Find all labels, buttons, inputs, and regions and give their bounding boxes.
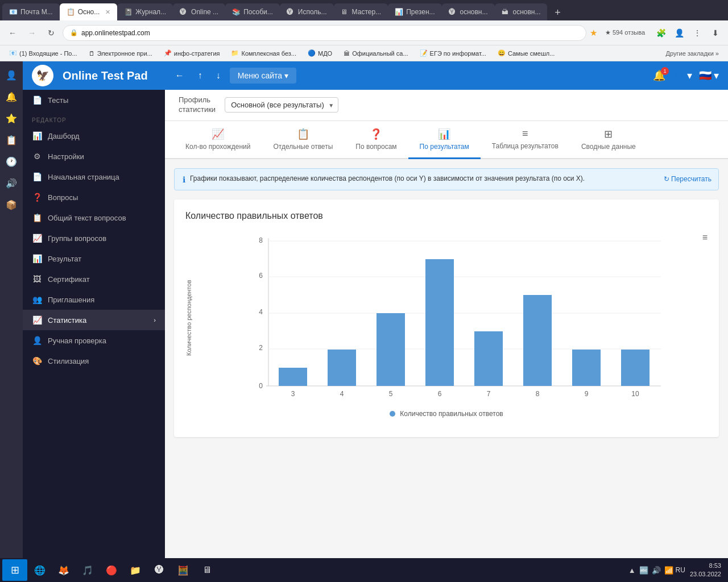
bookmarks-more-button[interactable]: Другие закладки »: [661, 49, 723, 58]
sidebar: 📄 Тесты РЕДАКТОР 📊 Дашборд ⚙ Настройки 📄: [23, 90, 165, 558]
tab-individual-answers[interactable]: 📋 Отдельные ответы: [262, 121, 345, 159]
statistics-icon: 📈: [32, 315, 42, 325]
chrome-bookmark-icon[interactable]: ⭐: [2, 109, 20, 127]
chrome-apps-icon[interactable]: 📦: [2, 196, 20, 214]
chrome-profile-icon[interactable]: 👤: [2, 66, 20, 84]
sidebar-item-certificate[interactable]: 🖼 Сертификат: [23, 269, 165, 289]
browser-tab-6[interactable]: 🅨 Исполь...: [280, 3, 334, 20]
bookmark-funny[interactable]: 😄 Самые смешл...: [493, 48, 559, 58]
sidebar-item-questions[interactable]: ❓ Вопросы: [23, 187, 165, 207]
taskbar-chrome[interactable]: 🎵: [76, 560, 99, 580]
browser-tab-8[interactable]: 📊 Презен...: [388, 3, 441, 20]
tray-lang[interactable]: 🔤: [639, 566, 648, 575]
tab-favicon-active: 📋: [67, 8, 75, 16]
taskbar-edge[interactable]: 🦊: [52, 560, 75, 580]
nav-up-button[interactable]: ↑: [193, 68, 207, 83]
chart-section: Количество правильных ответов ≡ Количест…: [174, 199, 719, 437]
tab-label-active: Осно...: [78, 8, 100, 16]
start-button[interactable]: ⊞: [2, 559, 27, 581]
nav-back-button[interactable]: ←: [171, 68, 189, 83]
browser-tab-mail[interactable]: 📧 Почта M...: [2, 3, 60, 20]
browser-tab-4[interactable]: 🅨 Online ...: [173, 3, 225, 20]
tray-up-icon[interactable]: ▲: [628, 566, 636, 575]
svg-text:9: 9: [585, 390, 589, 398]
taskbar-explorer[interactable]: 📁: [124, 560, 147, 580]
bookmark-info[interactable]: 📌 инфо-стратегия: [159, 48, 225, 58]
account-button[interactable]: 👤: [671, 25, 687, 41]
sidebar-item-text[interactable]: 📋 Общий текст вопросов: [23, 207, 165, 228]
sidebar-label-manual-check: Ручная проверка: [48, 336, 106, 345]
svg-text:10: 10: [631, 390, 639, 398]
url-bar[interactable]: 🔒 app.onlinetestpad.com: [63, 25, 586, 41]
chart-legend: Количество правильных ответов: [185, 410, 708, 418]
chrome-clock-icon[interactable]: 🕐: [2, 152, 20, 171]
extensions-button[interactable]: 🧩: [653, 25, 669, 41]
profile-select[interactable]: Основной (все результаты): [225, 97, 338, 113]
browser-tab-3[interactable]: 📓 Журнал...: [117, 3, 173, 20]
sidebar-label-groups: Группы вопросов: [48, 234, 106, 243]
chrome-volume-icon[interactable]: 🔊: [2, 174, 20, 192]
info-icon: ℹ: [183, 175, 185, 184]
tab-results-table[interactable]: ≡ Таблица результатов: [481, 121, 570, 159]
tab-count-passes[interactable]: 📈 Кол-во прохождений: [174, 121, 262, 159]
browser-tab-10[interactable]: 🏔 основн...: [495, 3, 548, 20]
bookmark-star-button[interactable]: ★: [590, 28, 597, 38]
reviews-button[interactable]: ★ 594 отзыва: [601, 27, 650, 38]
chrome-history-icon[interactable]: 📋: [2, 131, 20, 149]
sidebar-item-settings[interactable]: ⚙ Настройки: [23, 146, 165, 167]
sidebar-item-homepage[interactable]: 📄 Начальная страница: [23, 167, 165, 187]
sidebar-item-styling[interactable]: 🎨 Стилизация: [23, 351, 165, 371]
svg-text:7: 7: [487, 390, 491, 398]
sidebar-label-settings: Настройки: [48, 152, 84, 161]
refresh-button[interactable]: ↻: [43, 25, 59, 41]
download-button[interactable]: ⬇: [708, 25, 723, 41]
nav-down-button[interactable]: ↓: [212, 68, 225, 83]
bookmark-ege[interactable]: 📝 ЕГЭ по информат...: [415, 48, 491, 58]
sidebar-item-groups[interactable]: 📈 Группы вопросов: [23, 228, 165, 248]
browser-tab-7[interactable]: 🖥 Мастер...: [334, 3, 388, 20]
notification-bell[interactable]: 🔔 1: [653, 69, 665, 82]
app-wrapper: 🦅 Online Test Pad ← ↑ ↓ Меню сайта ▾ 🔔 1: [23, 61, 728, 558]
user-menu-button[interactable]: 👤 ▾: [672, 69, 692, 82]
settings-button[interactable]: ⋮: [689, 25, 705, 41]
tray-network[interactable]: 📶: [664, 566, 673, 575]
bookmark-electronic[interactable]: 🗒 Электронное при...: [84, 49, 157, 58]
address-bar: ← → ↻ 🔒 app.onlinetestpad.com ★ ★ 594 от…: [0, 20, 728, 45]
chrome-notif-icon[interactable]: 🔔: [2, 88, 20, 106]
app-logo: 🦅: [32, 65, 53, 86]
bookmark-mdo[interactable]: 🔵 МДО: [303, 48, 337, 58]
tab-by-questions[interactable]: ❓ По вопросам: [344, 121, 408, 159]
sidebar-item-result[interactable]: 📊 Результат: [23, 248, 165, 269]
browser-tab-9[interactable]: 🅨 основн...: [442, 3, 495, 20]
taskbar-ie[interactable]: 🌐: [28, 560, 51, 580]
forward-button[interactable]: →: [24, 25, 40, 41]
sidebar-label-result: Результат: [48, 255, 81, 263]
edge-icon: 🦊: [58, 564, 69, 576]
tab-close-button[interactable]: ✕: [105, 9, 110, 16]
language-selector[interactable]: 🇷🇺 ▾: [699, 69, 719, 82]
tab-summary-data[interactable]: ⊞ Сводные данные: [570, 121, 647, 159]
recalculate-link[interactable]: ↻ Пересчитать: [664, 175, 712, 183]
taskbar-pres[interactable]: 🖥: [196, 560, 218, 580]
taskbar-yandex[interactable]: 🅨: [148, 560, 171, 580]
sidebar-item-dashboard[interactable]: 📊 Дашборд: [23, 126, 165, 146]
sidebar-item-tests[interactable]: 📄 Тесты: [23, 90, 165, 110]
new-tab-button[interactable]: +: [549, 5, 565, 20]
sidebar-item-manual-check[interactable]: 👤 Ручная проверка: [23, 330, 165, 351]
browser-tab-5[interactable]: 📚 Пособи...: [225, 3, 280, 20]
app-header: 🦅 Online Test Pad ← ↑ ↓ Меню сайта ▾ 🔔 1: [23, 61, 728, 90]
site-menu-button[interactable]: Меню сайта ▾: [230, 68, 296, 84]
taskbar-vlc[interactable]: 🔴: [100, 560, 123, 580]
sidebar-item-statistics[interactable]: 📈 Статистика ›: [23, 310, 165, 330]
bookmark-official[interactable]: 🏛 Официальный са...: [339, 49, 412, 58]
taskbar-calc[interactable]: 🧮: [172, 560, 195, 580]
sidebar-item-invitations[interactable]: 👥 Приглашения: [23, 289, 165, 310]
tab-by-results[interactable]: 📊 По результатам: [408, 121, 481, 159]
back-button[interactable]: ←: [5, 25, 20, 41]
bookmark-complex[interactable]: 📁 Комплексная без...: [226, 48, 301, 58]
bookmark-inbox[interactable]: 📧 (1) Входящие - По...: [5, 48, 82, 58]
tray-volume[interactable]: 🔊: [652, 566, 661, 575]
browser-tab-active[interactable]: 📋 Осно... ✕: [60, 3, 118, 20]
profile-select-wrap: Основной (все результаты): [225, 97, 338, 113]
sidebar-label-invitations: Приглашения: [48, 296, 94, 304]
